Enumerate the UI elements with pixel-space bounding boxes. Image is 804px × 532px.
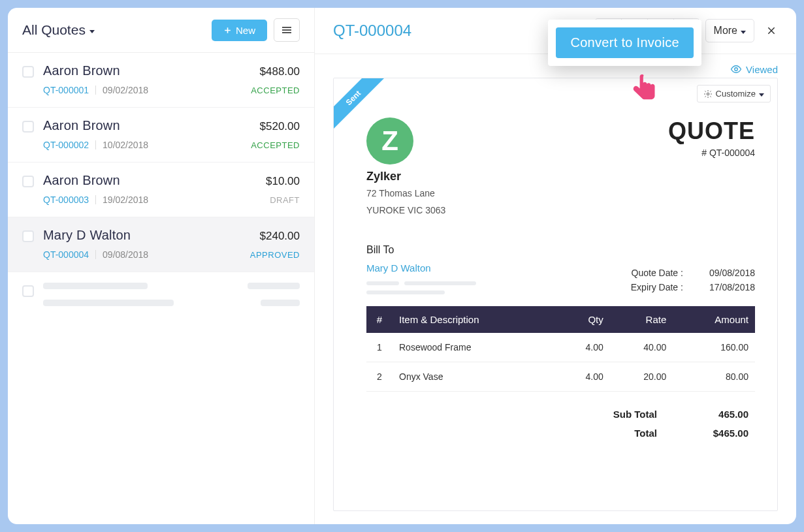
company-address-2: YUROKE VIC 3063 [366,203,445,217]
quote-amount: $10.00 [266,175,300,188]
customer-name: Aaron Brown [43,63,120,78]
quote-date: 09/08/2018 [103,249,148,260]
customize-label: Customize [716,89,756,99]
company-block: Z Zylker 72 Thomas Lane YUROKE VIC 3063 [366,117,445,218]
col-item: Item & Description [393,306,556,333]
quote-date: 19/02/2018 [103,195,148,205]
quotes-list: Aaron Brown $488.00 QT-000001 09/02/2018… [8,53,314,317]
sent-ribbon: Sent [334,78,387,132]
document-number: # QT-000004 [668,148,755,158]
bill-to-name[interactable]: Mary D Walton [366,262,476,274]
list-options-button[interactable] [274,18,300,42]
total-label: Total [592,428,657,439]
close-button[interactable] [760,19,783,42]
quote-date-value: 09/08/2018 [709,268,755,278]
cell-rate: 40.00 [610,333,673,362]
customer-name: Aaron Brown [43,118,120,133]
quotes-panel: All Quotes New Aaron Brown $488.00 [8,8,315,524]
row-checkbox[interactable] [22,66,34,78]
cell-rate: 20.00 [610,362,673,391]
document-id: QT-000004 [333,22,411,40]
expiry-date-value: 17/08/2018 [709,282,755,292]
close-icon [766,25,777,36]
convert-to-invoice-button[interactable]: Convert to Invoice [556,27,694,58]
chevron-down-icon [89,30,95,33]
customer-name: Aaron Brown [43,173,120,188]
viewed-label: Viewed [746,64,778,75]
app-window: All Quotes New Aaron Brown $488.00 [8,8,796,524]
quote-number: QT-000001 [43,85,89,95]
convert-popup: Convert to Invoice [548,20,701,66]
quote-amount: $488.00 [260,65,300,78]
document-title: QUOTE [668,117,755,145]
svg-point-4 [735,68,738,71]
quote-row[interactable]: Aaron Brown $10.00 QT-000003 19/02/2018 … [8,163,314,217]
line-items-table: # Item & Description Qty Rate Amount 1 R… [366,306,755,392]
dates-block: Quote Date : 09/08/2018 Expiry Date : 17… [618,266,755,294]
subtotal-label: Sub Total [592,409,657,420]
ribbon-label: Sent [334,78,387,131]
cell-qty: 4.00 [556,362,610,391]
chevron-down-icon [741,31,746,34]
pointer-hand-icon [629,72,659,108]
cell-row: 1 [366,333,393,362]
bill-to-label: Bill To [366,244,476,256]
quotes-filter-label: All Quotes [22,22,86,38]
quote-row[interactable]: Mary D Walton $240.00 QT-000004 09/08/20… [8,217,314,272]
skeleton-row [8,272,314,317]
hamburger-icon [282,25,291,35]
col-rate: Rate [610,306,673,333]
cell-row: 2 [366,362,393,391]
quote-number: QT-000004 [43,249,89,260]
quotes-filter-dropdown[interactable]: All Quotes [22,22,95,38]
row-checkbox[interactable] [22,121,34,133]
company-address-1: 72 Thomas Lane [366,186,445,200]
customize-button[interactable]: Customize [697,85,771,102]
document-card: Sent Customize Z Zylker 72 Thomas Lane Y… [333,78,778,511]
quote-status: ACCEPTED [251,140,300,150]
quote-row[interactable]: Aaron Brown $520.00 QT-000002 10/02/2018… [8,108,314,163]
more-label: More [714,25,737,37]
expiry-date-label: Expiry Date : [618,282,683,292]
cell-amount: 160.00 [673,333,755,362]
line-item-row: 2 Onyx Vase 4.00 20.00 80.00 [366,362,755,391]
quote-amount: $240.00 [260,230,300,243]
more-dropdown[interactable]: More [705,19,754,42]
plus-icon [223,26,232,35]
new-quote-button[interactable]: New [212,20,267,41]
line-item-row: 1 Rosewood Frame 4.00 40.00 160.00 [366,333,755,362]
quote-number: QT-000003 [43,195,89,205]
row-checkbox [22,285,34,297]
quotes-header: All Quotes New [8,8,314,53]
company-name: Zylker [366,170,445,183]
gear-icon [703,89,713,99]
col-amount: Amount [673,306,755,333]
col-qty: Qty [556,306,610,333]
quote-date: 10/02/2018 [103,140,148,150]
eye-icon [730,63,742,75]
total-value: $465.00 [690,428,748,439]
subtotal-value: 465.00 [690,409,748,420]
svg-point-5 [707,93,709,95]
row-checkbox[interactable] [22,176,34,187]
quote-status: APPROVED [250,250,300,260]
row-checkbox[interactable] [22,230,34,242]
bill-to-block: Bill To Mary D Walton [366,244,476,294]
cell-item: Onyx Vase [393,362,556,391]
cell-qty: 4.00 [556,333,610,362]
quote-status: DRAFT [270,195,300,205]
document-panel: QT-000004 More [315,8,796,524]
chevron-down-icon [759,93,764,97]
quote-number: QT-000002 [43,140,89,150]
quote-amount: $520.00 [260,120,300,133]
quote-status: ACCEPTED [251,86,300,95]
cell-item: Rosewood Frame [393,333,556,362]
quote-row[interactable]: Aaron Brown $488.00 QT-000001 09/02/2018… [8,53,314,108]
quote-date: 09/02/2018 [103,85,148,95]
col-num: # [366,306,393,333]
quote-date-label: Quote Date : [618,268,683,278]
cell-amount: 80.00 [673,362,755,391]
customer-name: Mary D Walton [43,228,131,243]
new-quote-label: New [236,25,255,36]
